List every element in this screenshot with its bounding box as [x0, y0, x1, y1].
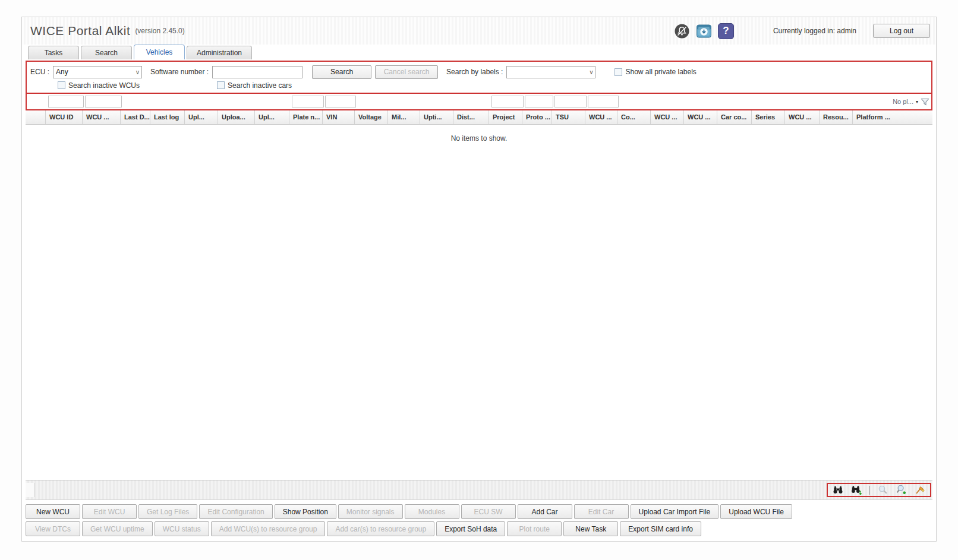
search-inactive-cars-label: Search inactive cars [228, 81, 292, 90]
filter-input[interactable] [292, 96, 324, 107]
filter-cell [719, 96, 754, 107]
column-header-wcu[interactable]: WCU ... [785, 110, 820, 124]
export-sim-card-info-button[interactable]: Export SIM card info [620, 521, 701, 536]
search-button[interactable]: Search [312, 65, 371, 79]
cancel-search-button: Cancel search [375, 65, 438, 79]
app-version: (version 2.45.0) [135, 27, 184, 35]
column-header-mil[interactable]: Mil... [388, 110, 420, 124]
platform-filter-dropdown[interactable]: No pl... ▾ [893, 98, 918, 105]
filter-cell [257, 96, 291, 107]
labels-dropdown[interactable]: v [506, 66, 595, 78]
filter-funnel-icon[interactable] [921, 97, 929, 106]
chevron-down-icon: ▾ [916, 99, 918, 105]
column-header-resou[interactable]: Resou... [820, 110, 853, 124]
column-header-dist[interactable]: Dist... [453, 110, 489, 124]
column-header-wcu[interactable]: WCU ... [651, 110, 684, 124]
filter-cell [821, 96, 855, 107]
show-position-button[interactable]: Show Position [275, 504, 336, 519]
upload-wcu-file-button[interactable]: Upload WCU File [720, 504, 792, 519]
column-header-upti[interactable]: Upti... [420, 110, 453, 124]
zoom-search-add-icon[interactable] [896, 485, 907, 495]
show-private-labels-option: Show all private labels [614, 68, 696, 76]
column-header-proto[interactable]: Proto ... [522, 110, 552, 124]
chevron-down-icon: v [586, 69, 593, 75]
broom-clear-icon[interactable] [915, 485, 925, 495]
filter-cell [653, 96, 686, 107]
filter-cell [357, 96, 390, 107]
search-inactive-wcus-checkbox[interactable] [58, 81, 65, 89]
column-header-last-d[interactable]: Last D... [121, 110, 150, 124]
header-right: ? Currently logged in: admin Log out [674, 23, 930, 39]
add-car-button[interactable]: Add Car [518, 504, 572, 519]
export-soh-data-button[interactable]: Export SoH data [436, 521, 505, 536]
edit-wcu-button: Edit WCU [82, 504, 137, 519]
column-header-car-co[interactable]: Car co... [717, 110, 752, 124]
column-header-uploa[interactable]: Uploa... [218, 110, 255, 124]
column-header-co[interactable]: Co... [617, 110, 651, 124]
find-add-binoculars-icon[interactable] [851, 485, 862, 495]
column-header-vin[interactable]: VIN [323, 110, 355, 124]
add-car-s-to-resource-group-button: Add car(s) to resource group [327, 521, 434, 536]
filter-cell [422, 96, 455, 107]
help-icon[interactable]: ? [718, 23, 734, 39]
modules-button: Modules [405, 504, 459, 519]
column-header-upl[interactable]: Upl... [185, 110, 218, 124]
zoom-search-icon [878, 485, 888, 495]
app-title: WICE Portal Alkit [30, 24, 130, 38]
page-background: WICE Portal Alkit (version 2.45.0) [0, 0, 958, 560]
logout-button[interactable]: Log out [873, 24, 930, 38]
column-header-wcu[interactable]: WCU ... [684, 110, 717, 124]
column-header-project[interactable]: Project [489, 110, 522, 124]
filter-right-area: No pl... ▾ [855, 95, 931, 108]
filter-input[interactable] [85, 96, 122, 107]
search-by-labels-label: Search by labels : [446, 68, 503, 76]
search-row-1: ECU : Any v Software number : Search Can… [30, 65, 928, 79]
ecu-sw-button: ECU SW [461, 504, 516, 519]
tab-vehicles[interactable]: Vehicles [134, 45, 185, 59]
filter-input[interactable] [325, 96, 356, 107]
tab-administration[interactable]: Administration [187, 46, 252, 59]
column-header-platform[interactable]: Platform ... [853, 110, 932, 124]
filter-input[interactable] [588, 96, 619, 107]
tab-search[interactable]: Search [81, 46, 132, 59]
toolbar-separator [869, 486, 870, 495]
column-header-selector[interactable] [26, 110, 46, 124]
action-buttons: New WCUEdit WCUGet Log FilesEdit Configu… [26, 504, 932, 536]
tab-bar: TasksSearchVehiclesAdministration [22, 45, 936, 59]
software-number-input[interactable] [212, 66, 302, 78]
notifications-bell-icon[interactable] [674, 23, 690, 39]
inactive-cars-option: Search inactive cars [217, 81, 292, 90]
column-header-tsu[interactable]: TSU [552, 110, 585, 124]
download-icon[interactable] [696, 23, 712, 39]
chevron-down-icon: v [133, 69, 139, 75]
column-header-voltage[interactable]: Voltage [355, 110, 388, 124]
find-binoculars-icon[interactable] [833, 485, 843, 495]
column-header-last-log[interactable]: Last log [150, 110, 185, 124]
column-filter-row: No pl... ▾ [26, 94, 932, 110]
plot-route-button: Plot route [507, 521, 562, 536]
column-header-plate-n[interactable]: Plate n... [289, 110, 323, 124]
new-task-button[interactable]: New Task [563, 521, 618, 536]
column-header-wcu[interactable]: WCU ... [585, 110, 617, 124]
tab-tasks[interactable]: Tasks [28, 46, 79, 59]
search-tools-group [827, 483, 931, 497]
upload-car-import-file-button[interactable]: Upload Car Import File [631, 504, 719, 519]
search-inactive-cars-checkbox[interactable] [217, 81, 225, 89]
filter-input[interactable] [525, 96, 553, 107]
ecu-dropdown[interactable]: Any v [53, 66, 142, 78]
column-header-wcu[interactable]: WCU ... [83, 110, 121, 124]
column-header-wcu-id[interactable]: WCU ID [46, 110, 83, 124]
new-wcu-button[interactable]: New WCU [26, 504, 80, 519]
filter-input[interactable] [491, 96, 524, 107]
show-private-labels-checkbox[interactable] [614, 68, 622, 76]
action-row-2: View DTCsGet WCU uptimeWCU statusAdd WCU… [26, 521, 932, 536]
filter-cell [455, 96, 491, 107]
filter-input[interactable] [48, 96, 84, 107]
column-header-series[interactable]: Series [752, 110, 785, 124]
get-log-files-button: Get Log Files [138, 504, 197, 519]
column-header-upl[interactable]: Upl... [255, 110, 289, 124]
filter-cell [390, 96, 422, 107]
filter-cell [220, 96, 257, 107]
table-body[interactable]: No items to show. [26, 125, 932, 480]
filter-input[interactable] [554, 96, 587, 107]
